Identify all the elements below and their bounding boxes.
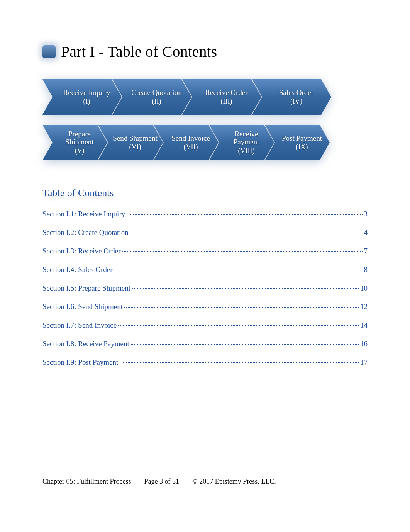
flow-step-label: Prepare Shipment	[56, 130, 103, 146]
toc-leader-dots	[124, 307, 359, 308]
toc-entry-label: Section I.3: Receive Order	[42, 247, 121, 255]
flow-step-roman: (VII)	[184, 143, 198, 151]
toc-entry-page: 16	[360, 340, 368, 348]
toc-entry[interactable]: Section I.1: Receive Inquiry 3	[42, 210, 368, 218]
toc-leader-dots	[114, 270, 363, 270]
toc-entry-label: Section I.9: Post Payment	[42, 358, 118, 367]
toc-entry-page: 10	[360, 284, 368, 292]
flow-step-label: Create Quotation	[131, 89, 181, 97]
page-title-row: Part I - Table of Contents	[42, 42, 368, 61]
flow-step-label: Post Payment	[282, 134, 322, 143]
flow-step-roman: (VIII)	[238, 147, 255, 155]
flow-step-prepare-shipment: Prepare Shipment (V)	[42, 125, 107, 160]
flow-step-roman: (II)	[152, 98, 161, 105]
toc-entry[interactable]: Section I.3: Receive Order 7	[42, 247, 368, 255]
toc-entry-page: 3	[364, 210, 368, 218]
toc-heading: Table of Contents	[42, 187, 368, 199]
flow-step-roman: (III)	[221, 98, 232, 105]
footer-chapter: Chapter 05: Fulfillment Process	[42, 478, 131, 486]
flow-step-label: Sales Order	[279, 89, 313, 97]
toc-entry[interactable]: Section I.4: Sales Order 8	[42, 265, 368, 274]
toc-entry-label: Section I.2: Create Quotation	[42, 228, 129, 237]
flow-step-label: Receive Payment	[222, 130, 270, 146]
flow-step-label: Send Shipment	[113, 134, 158, 143]
toc-entry-label: Section I.8: Receive Payment	[42, 340, 129, 348]
toc-leader-dots	[120, 362, 359, 363]
flow-step-receive-inquiry: Receive Inquiry (I)	[42, 79, 122, 115]
toc-entry-page: 14	[360, 321, 368, 330]
toc-leader-dots	[132, 288, 359, 289]
toc-entry-page: 7	[364, 247, 368, 255]
document-page: Part I - Table of Contents Receive Inqui…	[0, 0, 410, 532]
toc-entry[interactable]: Section I.9: Post Payment 17	[42, 358, 368, 367]
toc-leader-dots	[127, 214, 362, 215]
toc-entry-label: Section I.4: Sales Order	[42, 265, 113, 274]
toc-leader-dots	[118, 325, 359, 326]
toc-entry-label: Section I.5: Prepare Shipment	[42, 284, 130, 292]
toc-entry[interactable]: Section I.7: Send Invoice 14	[42, 321, 368, 330]
toc-entry-label: Section I.7: Send Invoice	[42, 321, 117, 330]
flow-step-roman: (V)	[75, 147, 85, 155]
toc-entry[interactable]: Section I.2: Create Quotation 4	[42, 228, 368, 237]
flow-step-create-quotation: Create Quotation (II)	[112, 79, 191, 115]
flow-step-post-payment: Post Payment (IX)	[265, 125, 330, 160]
flow-step-roman: (IX)	[296, 143, 308, 151]
toc-leader-dots	[122, 251, 363, 252]
toc-entry-label: Section I.1: Receive Inquiry	[42, 210, 125, 218]
table-of-contents: Section I.1: Receive Inquiry 3 Section I…	[42, 210, 368, 367]
toc-leader-dots	[131, 344, 359, 345]
flow-step-roman: (VI)	[129, 143, 141, 151]
flow-step-receive-payment: Receive Payment (VIII)	[209, 125, 274, 160]
flow-step-roman: (I)	[83, 98, 90, 105]
toc-entry[interactable]: Section I.5: Prepare Shipment 10	[42, 284, 368, 292]
toc-entry-label: Section I.6: Send Shipment	[42, 303, 123, 311]
process-flow-row-2: Prepare Shipment (V) Send Shipment (VI) …	[42, 125, 368, 160]
toc-entry[interactable]: Section I.8: Receive Payment 16	[42, 340, 368, 348]
flow-step-label: Receive Inquiry	[63, 89, 110, 97]
toc-leader-dots	[130, 233, 363, 233]
flow-step-sales-order: Sales Order (IV)	[252, 79, 331, 115]
flow-step-receive-order: Receive Order (III)	[182, 79, 261, 115]
flow-step-label: Send Invoice	[171, 134, 210, 143]
toc-entry[interactable]: Section I.6: Send Shipment 12	[42, 303, 368, 311]
page-title: Part I - Table of Contents	[61, 42, 217, 61]
page-footer: Chapter 05: Fulfillment Process Page 3 o…	[42, 478, 368, 486]
footer-copyright: © 2017 Epistemy Press, LLC.	[192, 478, 276, 486]
flow-step-send-invoice: Send Invoice (VII)	[154, 125, 219, 160]
flow-step-label: Receive Order	[205, 89, 247, 97]
title-bullet-icon	[42, 45, 56, 58]
toc-entry-page: 8	[364, 265, 368, 274]
toc-entry-page: 12	[360, 303, 368, 311]
flow-step-send-shipment: Send Shipment (VI)	[98, 125, 163, 160]
process-flow: Receive Inquiry (I) Create Quotation (II…	[42, 79, 368, 160]
toc-entry-page: 4	[364, 228, 368, 237]
flow-step-roman: (IV)	[290, 98, 302, 105]
process-flow-row-1: Receive Inquiry (I) Create Quotation (II…	[42, 79, 368, 115]
toc-entry-page: 17	[360, 358, 368, 367]
footer-page-number: Page 3 of 31	[144, 478, 179, 486]
